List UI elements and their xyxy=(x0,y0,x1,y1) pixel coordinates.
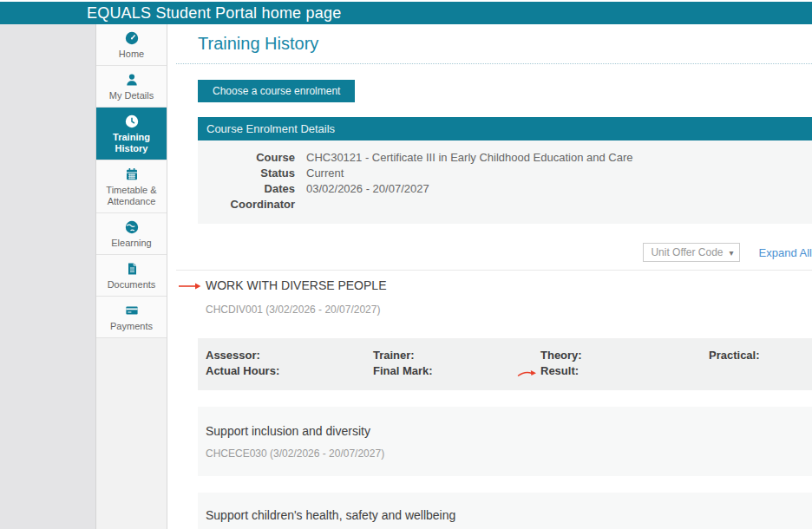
stat-label-empty xyxy=(709,364,812,377)
enrolment-row-status: Status Current xyxy=(198,166,812,181)
sidebar-item-timetable-attendance[interactable]: Timetable & Attendance xyxy=(96,160,167,213)
panel-body: Course CHC30121 - Certificate III in Ear… xyxy=(198,140,812,224)
stat-label-result: Result: xyxy=(540,364,709,377)
unit-sort-select[interactable]: Unit Offer Code ▾ xyxy=(643,243,739,262)
unit-result-details-panel: Assessor: Trainer: Theory: Practical: Ac… xyxy=(198,338,812,390)
stat-label-final-mark: Final Mark: xyxy=(373,364,540,377)
sidebar-item-documents[interactable]: Documents xyxy=(96,255,167,297)
sidebar-item-label: Training History xyxy=(98,132,165,154)
stat-label-theory: Theory: xyxy=(540,349,709,362)
field-value: Current xyxy=(306,166,344,181)
sidebar-item-payments[interactable]: Payments xyxy=(96,297,167,338)
field-label: Coordinator xyxy=(198,197,306,212)
red-arrow-annotation-unit-title xyxy=(178,279,201,295)
red-arrow-annotation-result xyxy=(517,366,537,382)
document-icon xyxy=(98,261,165,277)
page-title: Training History xyxy=(198,34,318,54)
sidebar-item-label: Elearning xyxy=(98,238,165,249)
chevron-down-icon: ▾ xyxy=(730,248,734,258)
header-divider xyxy=(176,63,812,64)
sidebar-item-training-history[interactable]: Training History xyxy=(96,108,167,160)
unit-title: Support children's health, safety and we… xyxy=(206,508,455,522)
sidebar-item-label: Payments xyxy=(98,321,165,332)
credit-card-icon xyxy=(98,303,165,318)
expand-all-link[interactable]: Expand All xyxy=(759,246,812,259)
unit-title-work-with-diverse-people[interactable]: WORK WITH DIVERSE PEOPLE xyxy=(206,278,386,292)
clock-icon xyxy=(98,114,165,129)
field-value: CHC30121 - Certificate III in Early Chil… xyxy=(306,150,632,166)
enrolment-row-coordinator: Coordinator xyxy=(198,197,812,212)
stat-label-assessor: Assessor: xyxy=(206,349,373,362)
unit-section-support-childrens-health-safety-wellbeing[interactable]: Support children's health, safety and we… xyxy=(198,493,812,529)
unit-sort-select-value: Unit Offer Code xyxy=(651,246,723,258)
choose-course-enrolment-button[interactable]: Choose a course enrolment xyxy=(198,80,355,102)
field-label: Dates xyxy=(198,181,306,197)
unit-code: CHCDIV001 (3/02/2026 - 20/07/2027) xyxy=(206,304,380,316)
sidebar-item-my-details[interactable]: My Details xyxy=(96,66,167,108)
unit-result-grid: Assessor: Trainer: Theory: Practical: Ac… xyxy=(198,338,812,377)
sidebar-item-label: My Details xyxy=(98,90,165,101)
unit-code: CHCECE030 (3/02/2026 - 20/07/2027) xyxy=(206,447,384,460)
units-toolbar: Unit Offer Code ▾ Expand All xyxy=(643,243,812,262)
field-label: Course xyxy=(198,150,306,166)
sidebar-item-label: Timetable & Attendance xyxy=(98,185,165,207)
stat-label-trainer: Trainer: xyxy=(373,349,540,362)
main-content: Training History Choose a course enrolme… xyxy=(167,24,812,529)
sidebar-item-home[interactable]: Home xyxy=(96,24,167,66)
sidebar-item-label: Home xyxy=(98,49,165,60)
enrolment-row-dates: Dates 03/02/2026 - 20/07/2027 xyxy=(198,181,812,197)
calendar-icon xyxy=(98,167,165,182)
sidebar-item-label: Documents xyxy=(98,279,165,291)
gauge-icon xyxy=(98,30,165,46)
top-bar: EQUALS Student Portal home page xyxy=(0,2,812,24)
field-label: Status xyxy=(198,166,306,181)
field-value: 03/02/2026 - 20/07/2027 xyxy=(306,181,429,197)
panel-header: Course Enrolment Details xyxy=(198,117,812,140)
units-divider xyxy=(176,270,812,271)
enrolment-row-course: Course CHC30121 - Certificate III in Ear… xyxy=(198,150,812,166)
user-icon xyxy=(98,72,165,88)
stat-label-practical: Practical: xyxy=(709,349,812,362)
globe-icon xyxy=(98,219,165,235)
sidebar-item-elearning[interactable]: Elearning xyxy=(96,213,167,255)
stat-label-actual-hours: Actual Hours: xyxy=(206,364,373,377)
course-enrolment-details-panel: Course Enrolment Details Course CHC30121… xyxy=(198,117,812,224)
sidebar: Home My Details Training History Timetab… xyxy=(95,24,167,529)
unit-section-support-inclusion-and-diversity[interactable]: Support inclusion and diversity CHCECE03… xyxy=(198,407,812,476)
window-title: EQUALS Student Portal home page xyxy=(87,4,341,23)
unit-title: Support inclusion and diversity xyxy=(206,424,370,438)
desktop-background xyxy=(0,24,95,529)
app-window: EQUALS Student Portal home page Home My … xyxy=(0,0,812,529)
